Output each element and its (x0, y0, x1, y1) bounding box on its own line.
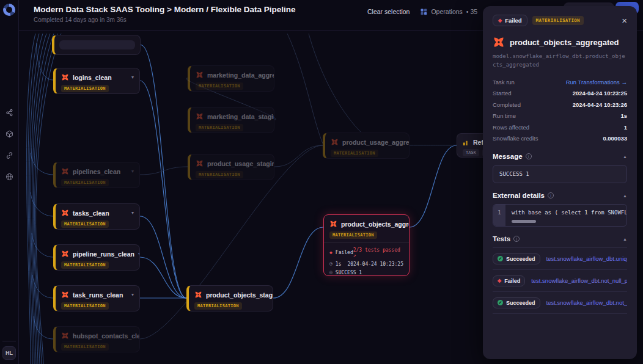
info-icon: i (513, 236, 520, 242)
detail-row: Rows affected1 (493, 122, 627, 133)
test-link[interactable]: test.snowflake_airflow_dbt.not_null_pr (546, 299, 627, 306)
dbt-icon (61, 209, 69, 217)
info-icon: i (526, 153, 532, 159)
chevron-down-icon[interactable]: ▾ (138, 252, 140, 257)
operations-chip[interactable]: Operations • 35 (421, 8, 477, 15)
avatar[interactable]: HL (2, 346, 16, 360)
collapse-icon[interactable]: ▲ (623, 194, 627, 198)
graph-node-pipeline_runs_clean[interactable]: pipeline_runs_clean ▾ MATERIALISATION (53, 244, 140, 271)
detail-value: 0.000033 (603, 135, 627, 142)
share-graph-icon[interactable] (6, 109, 13, 117)
line-number: 1 (493, 205, 505, 226)
test-status-badge: ◆Failed (493, 275, 525, 286)
materialisation-badge: MATERIALISATION (329, 231, 377, 239)
run-summary: Completed 14 days ago in 3m 36s (34, 16, 295, 23)
materialisation-badge: MATERIALISATION (196, 82, 243, 90)
dbt-icon (61, 291, 69, 299)
node-label: pipelines_clean (73, 168, 120, 175)
detail-row: Task runRun Transformations → (493, 76, 627, 88)
detail-label: Run time (493, 112, 516, 119)
node-label: pipeline_runs_clean (73, 250, 134, 258)
chevron-down-icon[interactable]: ▾ (131, 293, 134, 297)
node-status-row: ◆Failed 2/3 tests passed ↗ (324, 246, 409, 260)
node-label: product_objects_aggregated (341, 220, 410, 228)
graph-node-marketing_data_staging[interactable]: marketing_data_staging ▾ MATERIALISATION (188, 107, 274, 133)
dbt-icon (194, 291, 202, 299)
tests-passed-link[interactable]: 2/3 tests passed ↗ (353, 247, 403, 258)
graph-node-product_usage_staging[interactable]: product_usage_staging ▾ MATERIALISATION (188, 154, 274, 180)
tests-section-title: Tests (493, 235, 510, 242)
task-run-link[interactable]: Run Transformations → (566, 79, 627, 86)
detail-row: Completed2024-04-24 10:23:26 (493, 99, 627, 111)
node-label: hubspot_contacts_clean (73, 332, 140, 340)
edge (140, 216, 186, 298)
detail-label: Snowflake credits (493, 135, 538, 142)
graph-node-logins_clean[interactable]: logins_clean ▾ MATERIALISATION (53, 68, 140, 94)
collapse-icon[interactable]: ▲ (623, 155, 627, 159)
detail-value: 1 (624, 124, 627, 131)
node-label: product_usage_staging (207, 160, 274, 167)
graph-node-product_objects_staging[interactable]: product_objects_staging ▾ MATERIALISATIO… (186, 285, 273, 311)
edge (273, 227, 323, 298)
orchestra-logo[interactable] (3, 4, 15, 16)
test-link[interactable]: test.snowflake_airflow_dbt.unique_pro (546, 255, 627, 262)
cube-icon[interactable] (6, 130, 13, 138)
panel-title: product_objects_aggregated (510, 38, 619, 47)
detail-label: Started (493, 90, 512, 96)
dbt-icon (196, 112, 204, 120)
detail-value: 1s (620, 112, 627, 119)
node-label: logins_clean (73, 74, 112, 81)
node-label: product_usage_aggregated (342, 139, 410, 146)
materialisation-badge: MATERIALISATION (61, 85, 109, 92)
chevron-down-icon[interactable]: ▾ (131, 211, 134, 216)
node-label: marketing_data_aggregated (207, 71, 274, 79)
failed-diamond-icon: ◆ (498, 18, 502, 23)
chevron-down-icon[interactable]: ▾ (131, 75, 134, 80)
materialisation-badge: MATERIALISATION (61, 220, 109, 228)
materialisation-badge: MATERIALISATION (196, 171, 243, 178)
node-label: product_objects_staging (206, 291, 273, 299)
materialisation-badge: MATERIALISATION (61, 302, 109, 310)
edge (410, 145, 457, 227)
test-row: ✓Succeededtest.snowflake_airflow_dbt.uni… (493, 248, 627, 270)
close-icon[interactable]: × (622, 16, 627, 25)
globe-icon[interactable] (6, 173, 13, 181)
graph-node-product_objects_aggregated[interactable]: product_objects_aggregated ▲ MATERIALISA… (323, 214, 410, 276)
node-row (59, 40, 135, 49)
status-badge: ◆ Failed (493, 15, 527, 26)
chevron-down-icon[interactable]: ▾ (131, 169, 134, 174)
check-circle-icon: ✓ (498, 256, 503, 261)
edge (140, 257, 186, 298)
clear-selection-button[interactable]: Clear selection (367, 8, 410, 15)
message-section-title: Message (493, 153, 523, 160)
graph-node-task_runs_clean[interactable]: task_runs_clean ▾ MATERIALISATION (53, 285, 140, 311)
dbt-icon (493, 36, 505, 48)
detail-row: Started2024-04-24 10:23:25 (493, 88, 627, 100)
collapse-icon[interactable]: ▲ (623, 237, 627, 241)
detail-row: Run time1s (493, 111, 627, 122)
detail-label: Completed (493, 101, 521, 108)
detail-label: Task run (493, 79, 515, 86)
divider (2, 341, 16, 341)
horizontal-scrollbar[interactable] (512, 220, 536, 223)
link-icon[interactable] (6, 151, 13, 159)
sidebar: HL (0, 0, 19, 364)
info-icon: i (548, 192, 554, 198)
graph-node-marketing_data_aggregated[interactable]: marketing_data_aggregated ▾ MATERIALISAT… (188, 65, 274, 92)
sql-code-line: with base as ( select 1 from SNOWFLAKE (512, 209, 626, 216)
detail-row: Snowflake credits0.000033 (493, 133, 627, 145)
graph-node-hubspot_contacts_clean[interactable]: hubspot_contacts_clean ▾ MATERIALISATION (53, 326, 140, 352)
graph-node-partial_top[interactable] (52, 35, 141, 55)
operations-label: Operations (431, 8, 462, 15)
tests-list: ✓Succeededtest.snowflake_airflow_dbt.uni… (493, 247, 627, 314)
edge (274, 145, 323, 167)
graph-node-tasks_clean[interactable]: tasks_clean ▾ MATERIALISATION (53, 203, 140, 230)
check-circle-icon: ✓ (498, 300, 503, 305)
graph-node-pipelines_clean[interactable]: pipelines_clean ▾ MATERIALISATION (53, 162, 140, 188)
test-link[interactable]: test.snowflake_airflow_dbt.not_null_pr (531, 277, 627, 284)
dbt-icon (61, 250, 69, 258)
node-label: task_runs_clean (73, 291, 123, 299)
edge (140, 81, 186, 298)
graph-node-product_usage_aggregated[interactable]: product_usage_aggregated ▾ MATERIALISATI… (323, 133, 410, 159)
detail-rows: Task runRun Transformations →Started2024… (493, 76, 627, 144)
